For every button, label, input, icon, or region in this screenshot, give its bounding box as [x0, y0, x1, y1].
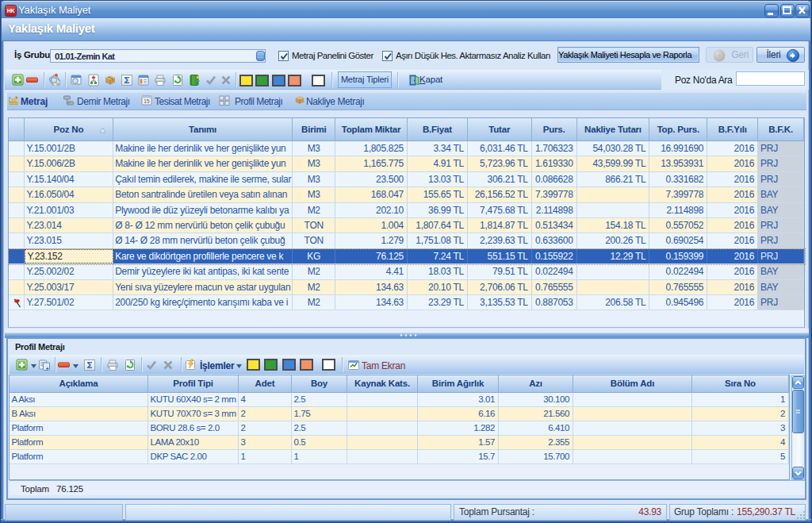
- svg-text:15: 15: [144, 98, 150, 104]
